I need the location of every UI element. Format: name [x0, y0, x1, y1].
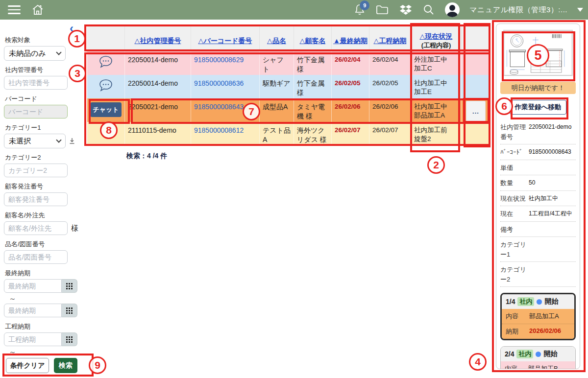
barcode-link[interactable]: 9185000008629: [194, 56, 244, 64]
process-content-value: 部品加工B: [528, 364, 558, 369]
technical-drawing-image[interactable]: [503, 30, 573, 76]
folder-icon[interactable]: [375, 4, 389, 16]
table-row[interactable]: 21110115-demo 9185000008612 テスト品A 海外ツクリダ…: [87, 122, 490, 145]
detail-row: 単価: [500, 160, 576, 176]
move-to-work-registration-button[interactable]: 作業登録へ移動: [510, 100, 566, 115]
sort-process-due-header[interactable]: △工程納期: [374, 36, 407, 46]
process-card-current[interactable]: 1/4 社内 開始 内容部品加工A 納期2026/02/06: [500, 293, 576, 340]
category1-label: カテゴリー1: [5, 124, 81, 132]
search-button[interactable]: 検索: [54, 358, 77, 373]
barcode-link[interactable]: 9185000008643: [194, 103, 244, 111]
customer-name-input[interactable]: [4, 221, 68, 235]
sort-status-header[interactable]: △現在状況: [420, 32, 453, 41]
header-spacer: [462, 26, 490, 51]
due-tomorrow-alert-badge: 明日が納期です！: [500, 82, 576, 94]
more-actions-button[interactable]: ...: [466, 101, 486, 121]
sort-customer-header[interactable]: △顧客名: [300, 36, 326, 46]
barcode-input[interactable]: [4, 105, 68, 118]
cell-process-due: 26/02/07: [369, 122, 411, 145]
final-due-from-input[interactable]: [4, 279, 62, 293]
detail-row: 備考: [500, 222, 576, 237]
cell-actions: [462, 51, 490, 75]
detail-row: ﾊﾞｰｺｰﾄﾞ9185000008643: [500, 144, 576, 160]
clear-conditions-button[interactable]: 条件クリア: [6, 358, 49, 373]
calendar-icon[interactable]: [62, 304, 77, 317]
cell-actions: [462, 122, 490, 145]
search-result-count: 検索：4 /4 件: [126, 152, 167, 161]
customer-order-label: 顧客発注番号: [5, 183, 81, 190]
category1-select[interactable]: 未選択: [4, 134, 66, 148]
cell-final-due: 26/02/07: [332, 122, 369, 145]
category2-label: カテゴリー2: [5, 154, 81, 162]
sort-barcode-header[interactable]: △バーコード番号: [198, 36, 252, 46]
final-due-label: 最終納期: [5, 269, 81, 277]
hamburger-menu-icon[interactable]: [8, 5, 21, 14]
home-icon[interactable]: [31, 3, 44, 16]
caret-down-icon[interactable]: [577, 8, 583, 12]
cell-kanri: 22050021-demo: [125, 98, 191, 122]
process-type-badge: 社内: [517, 297, 534, 306]
detail-panel: 明日が納期です！ 作業登録へ移動 社内管理番号22050021-demo ﾊﾞｰ…: [496, 24, 580, 369]
notifications-bell-icon[interactable]: 9: [354, 3, 366, 16]
process-content-value: 部品加工A: [529, 312, 559, 321]
chat-bubble-icon[interactable]: [87, 75, 125, 98]
process-step-label: 1/4: [506, 298, 515, 306]
cell-process-due: 26/02/04: [369, 51, 411, 75]
table-row-selected[interactable]: チャット 22050021-demo 9185000008643 成型品A タミ…: [87, 98, 490, 122]
user-role-label[interactable]: マニュアル権限（管理3）:...: [469, 5, 567, 15]
dropbox-icon[interactable]: [399, 4, 413, 16]
barcode-link[interactable]: 9185000008612: [194, 126, 244, 134]
header-spacer: [87, 26, 125, 51]
calendar-icon[interactable]: [62, 279, 77, 293]
kanri-input[interactable]: [4, 76, 68, 90]
orders-table: △社内管理番号 △バーコード番号 △品名 △顧客名 ▲最終納期 △工程納期 △現…: [87, 26, 490, 145]
calendar-icon[interactable]: [62, 332, 77, 346]
chat-bubble-icon[interactable]: [87, 51, 125, 75]
process-type-badge: 社内: [516, 350, 533, 358]
cell-status: 社内加工中部品加工A: [411, 98, 462, 122]
search-sidebar: ‹ 検索対象 未納品のみ 社内管理番号 バーコード カテゴリー1 未選択 カテゴ…: [0, 20, 81, 378]
search-target-select[interactable]: 未納品のみ: [4, 46, 66, 61]
annotation-circle-9: 9: [89, 356, 106, 374]
cell-kanri: 21110115-demo: [125, 122, 191, 145]
detail-row: カテゴリー2: [500, 262, 576, 287]
sort-final-due-header[interactable]: ▲最終納期: [333, 36, 368, 46]
user-avatar[interactable]: [445, 2, 460, 17]
cell-actions: [462, 75, 490, 98]
process-card-next[interactable]: 2/4 社内 開始 内容部品加工B 納期2026/02/04: [500, 346, 576, 369]
detail-row: 現在1工程目/4工程中: [500, 206, 576, 222]
detail-row: カテゴリー1: [500, 237, 576, 262]
sort-name-header[interactable]: △品名: [267, 36, 286, 46]
cell-final-due: 26/02/06: [332, 98, 369, 122]
customer-name-label: 顧客名/外注先: [5, 212, 81, 219]
chat-button[interactable]: チャット: [90, 102, 122, 117]
process-status-label: 開始: [544, 297, 558, 306]
item-name-input[interactable]: [4, 250, 68, 264]
sort-kanri-header[interactable]: △社内管理番号: [135, 36, 181, 46]
table-row[interactable]: 22050014-demo 9185000008629 シャフト 竹下金属 様 …: [87, 51, 490, 75]
search-icon[interactable]: [422, 3, 435, 16]
final-due-to-input[interactable]: [4, 304, 62, 317]
status-subheader: (工程内容): [421, 41, 451, 50]
table-row[interactable]: 22050014-demo 9185000008636 駆動ギア 竹下金属 様 …: [87, 75, 490, 98]
sidebar-collapse-icon[interactable]: ‹: [70, 24, 74, 33]
process-due-from-input[interactable]: [4, 332, 62, 346]
top-navbar: 9 マニュアル権限（管理3）:...: [0, 0, 588, 20]
move-down-icon[interactable]: [69, 138, 75, 144]
cell-final-due: 26/02/04: [332, 51, 369, 75]
search-target-value: 未納品のみ: [9, 49, 46, 58]
cell-status: 社内加工中加工E: [411, 75, 462, 98]
cell-customer: 海外ツクリダス 様: [294, 122, 332, 145]
barcode-link[interactable]: 9185000008636: [194, 79, 244, 87]
item-name-label: 品名/図面番号: [5, 240, 81, 248]
detail-row: 数量50: [500, 175, 576, 191]
cell-status: 社内加工前旋盤2: [411, 122, 462, 145]
category2-input[interactable]: [4, 164, 68, 177]
process-due-label: 工程納期: [5, 323, 81, 331]
cell-name: シャフト: [260, 51, 294, 75]
cell-kanri: 22050014-demo: [125, 75, 191, 98]
detail-row: 社内管理番号22050021-demo: [500, 119, 576, 144]
cell-name: テスト品A: [260, 122, 294, 145]
annotation-circle-2: 2: [427, 156, 445, 174]
customer-order-input[interactable]: [4, 192, 68, 206]
